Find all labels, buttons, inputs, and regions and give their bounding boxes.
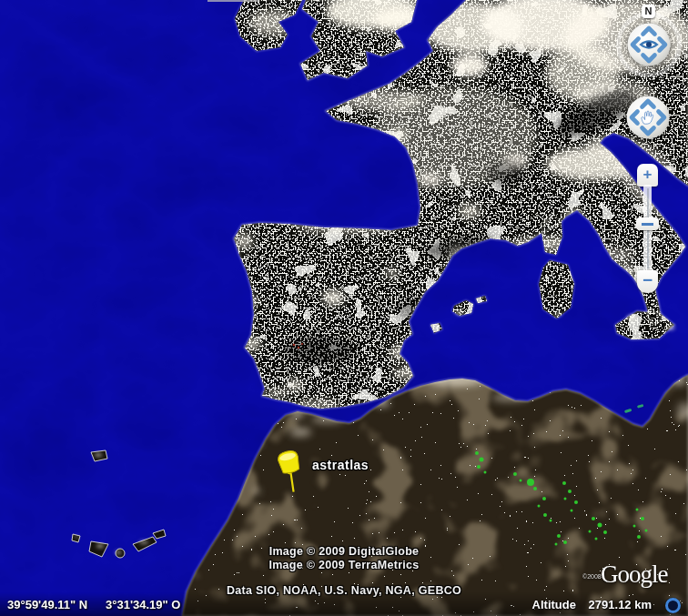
status-bar: 39°59'49.11" N 3°31'34.19" O Altitude 27…	[0, 596, 688, 616]
altitude-label: Altitude	[532, 598, 576, 611]
google-logo: ©2008 Google	[601, 560, 667, 589]
logo-copyright: ©2008	[582, 573, 602, 580]
zoom-slider-handle[interactable]	[636, 217, 659, 230]
google-earth-viewport[interactable]: astratlas N +	[0, 0, 688, 616]
look-joystick[interactable]	[627, 23, 671, 66]
longitude-readout: 3°31'34.19" O	[106, 598, 180, 611]
zoom-in-button[interactable]: +	[637, 164, 658, 187]
screen-artifact	[207, 0, 258, 2]
attribution-line-1: Image © 2009 DigitalGlobe	[0, 545, 688, 559]
altitude-value: 2791.12 km	[589, 598, 652, 611]
altitude-readout: Altitude 2791.12 km	[532, 598, 652, 611]
placemark-label[interactable]: astratlas	[312, 458, 369, 472]
zoom-out-button[interactable]: −	[637, 270, 658, 293]
attribution-line-2: Image © 2009 TerraMetrics	[0, 559, 688, 572]
compass-north-badge[interactable]: N	[642, 5, 655, 18]
globe-canvas[interactable]	[0, 0, 688, 616]
pan-joystick[interactable]	[626, 96, 670, 139]
logo-text: Google	[601, 560, 667, 588]
imagery-attribution: Image © 2009 DigitalGlobe Image © 2009 T…	[0, 545, 688, 572]
placemark-pin[interactable]	[271, 449, 313, 502]
streaming-indicator-icon	[665, 598, 681, 613]
latitude-readout: 39°59'49.11" N	[7, 598, 87, 611]
